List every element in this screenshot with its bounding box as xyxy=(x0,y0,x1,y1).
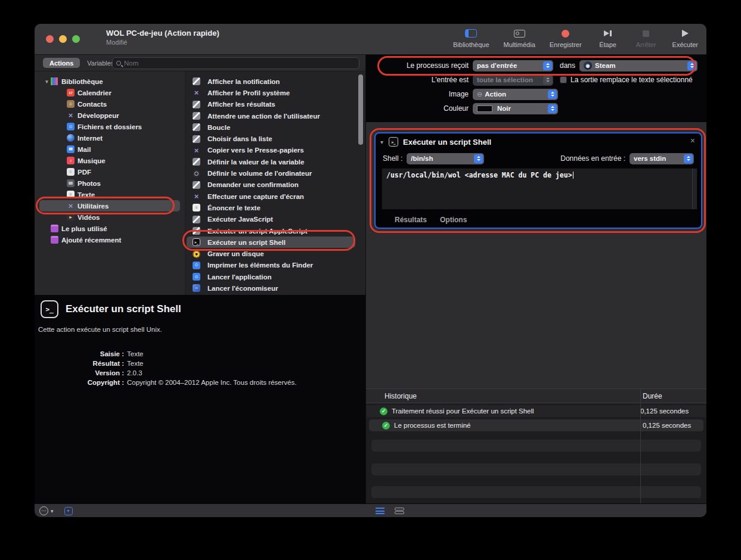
more-actions-icon[interactable]: ⋯ xyxy=(39,506,48,515)
options-link[interactable]: Options xyxy=(440,216,467,224)
stepper-icon xyxy=(684,154,693,163)
sidebar-item-calendrier[interactable]: 17 Calendrier xyxy=(39,87,180,98)
sidebar-item-ajout-r-cemment[interactable]: Ajouté récemment xyxy=(39,234,180,245)
automator-window: WOL PC-de-jeu (Action rapide) Modifié Bi… xyxy=(35,24,706,517)
stepper-icon xyxy=(474,154,483,163)
image-dropdown[interactable]: ⊖ Action xyxy=(473,89,558,100)
toolbar-button-arrêter[interactable]: Arrêter xyxy=(634,26,658,48)
sidebar-item-vid-os[interactable]: ▸ Vidéos xyxy=(39,211,180,223)
close-action-icon[interactable]: × xyxy=(690,136,695,145)
sidebar-item-d-veloppeur[interactable]: × Développeur xyxy=(39,110,180,121)
action-item-lancer-l-application[interactable]: ☺ Lancer l'application xyxy=(187,271,355,282)
collapse-chevron-icon[interactable]: ▾ xyxy=(380,139,383,145)
toolbar-button-exécuter[interactable]: Exécuter xyxy=(672,26,698,48)
automator-icon xyxy=(193,158,200,166)
desktop-background: WOL PC-de-jeu (Action rapide) Modifié Bi… xyxy=(0,0,741,560)
results-link[interactable]: Résultats xyxy=(395,216,427,224)
finder-icon: ☺ xyxy=(67,123,75,130)
sidebar-item-contacts[interactable]: ☺ Contacts xyxy=(39,98,180,110)
toolbar-button-multimédia[interactable]: Multimédia xyxy=(504,26,535,48)
sidebar-item-photos[interactable]: Photos xyxy=(39,178,180,189)
sidebar-item-mail[interactable]: ✉ Mail xyxy=(39,144,180,155)
search-field[interactable] xyxy=(112,57,359,69)
sidebar-item-musique[interactable]: ♪ Musique xyxy=(39,155,180,166)
text-caret xyxy=(573,172,574,179)
action-item-boucle[interactable]: Boucle xyxy=(187,122,355,133)
panel-view-icon[interactable] xyxy=(395,508,404,515)
process-input-row: Le processus reçoit pas d'entrée dans ◉ … xyxy=(366,60,706,71)
quick-action-config: Le processus reçoit pas d'entrée dans ◉ … xyxy=(366,55,706,122)
action-item-d-finir-la-valeur-de-la-variable[interactable]: Définir la valeur de la variable xyxy=(187,156,355,167)
image-row: Image ⊖ Action xyxy=(366,88,706,100)
list-view-icon[interactable] xyxy=(376,508,385,514)
description-row: Copyright : Copyright © 2004–2012 Apple … xyxy=(35,378,365,387)
sidebar-item-texte[interactable]: ≡ Texte xyxy=(39,189,180,200)
steam-icon: ◉ xyxy=(584,61,592,70)
zoom-window-button[interactable] xyxy=(72,35,80,43)
action-item-d-finir-le-volume-de-l-ordinateur[interactable]: Définir le volume de l'ordinateur xyxy=(187,167,355,179)
action-item-demander-une-confirmation[interactable]: Demander une confirmation xyxy=(187,179,355,191)
title-bar[interactable]: WOL PC-de-jeu (Action rapide) Modifié Bi… xyxy=(35,24,706,55)
script-editor[interactable]: /usr/local/bin/wol <adresse MAC du PC de… xyxy=(382,168,697,210)
app-dropdown[interactable]: ◉ Steam xyxy=(579,60,697,71)
shell-script-action-block[interactable]: ▾ >_ Exécuter un script Shell × Shell : … xyxy=(374,132,702,229)
shell-dropdown[interactable]: /bin/sh xyxy=(407,153,484,164)
tab-actions[interactable]: Actions xyxy=(43,58,80,68)
action-description-panel: >_ Exécuter un script Shell Cette action… xyxy=(35,295,365,503)
action-block-header[interactable]: ▾ >_ Exécuter un script Shell × xyxy=(376,133,701,150)
toolbar-button-bibliothèque[interactable]: Bibliothèque xyxy=(453,26,489,48)
sidebar-item-le-plus-utilis-[interactable]: Le plus utilisé xyxy=(39,223,180,234)
minimize-window-button[interactable] xyxy=(59,35,67,43)
description-title: Exécuter un script Shell xyxy=(66,303,181,315)
description-row: Saisie : Texte xyxy=(35,349,365,359)
action-item-lancer-l-conomiseur[interactable]: ~ Lancer l'économiseur xyxy=(187,282,355,294)
history-row[interactable]: ✓ Le processus est terminé 0,125 seconde… xyxy=(369,419,703,431)
action-block-footer: Résultats Options xyxy=(376,216,467,224)
status-bar-left: ⋯ ▾ ▾ xyxy=(39,504,73,517)
sidebar-item-internet[interactable]: Internet xyxy=(39,132,180,144)
input-type-dropdown[interactable]: pas d'entrée xyxy=(473,60,553,71)
search-icon xyxy=(116,61,121,66)
sidebar-item-pdf[interactable]: ≡ PDF xyxy=(39,166,180,178)
close-window-button[interactable] xyxy=(46,35,54,43)
color-dropdown[interactable]: Noir xyxy=(473,103,558,114)
automator-icon xyxy=(193,227,200,235)
action-item-afficher-les-r-sultats[interactable]: Afficher les résultats xyxy=(187,99,355,110)
sidebar-item-biblioth-que[interactable]: ▾ Bibliothèque xyxy=(39,76,180,87)
action-item-copier-vers-le-presse-papiers[interactable]: × Copier vers le Presse-papiers xyxy=(187,145,355,156)
action-item-choisir-dans-la-liste[interactable]: Choisir dans la liste xyxy=(187,133,355,144)
action-item-ex-cuter-javascript[interactable]: Exécuter JavaScript xyxy=(187,214,355,225)
window-title-block: WOL PC-de-jeu (Action rapide) Modifié xyxy=(106,29,219,46)
action-item-afficher-le-profil-syst-me[interactable]: × Afficher le Profil système xyxy=(187,87,355,98)
replace-text-checkbox[interactable] xyxy=(560,76,567,83)
status-bar: ⋯ ▾ ▾ xyxy=(35,503,706,517)
sidebar-item-fichiers-et-dossiers[interactable]: ☺ Fichiers et dossiers xyxy=(39,121,180,132)
toolbar-button-étape[interactable]: Étape xyxy=(596,26,620,48)
search-input[interactable] xyxy=(124,60,355,67)
finder-icon: ☺ xyxy=(193,273,200,281)
sidebar-item-utilitaires[interactable]: × Utilitaires xyxy=(39,200,180,211)
stdin-label: Données en entrée : xyxy=(560,154,625,163)
tab-variables[interactable]: Variables xyxy=(87,60,114,67)
actions-list-scrollbar[interactable] xyxy=(358,74,363,145)
history-column-divider xyxy=(640,388,641,503)
disclosure-chevron-icon[interactable]: ▾ xyxy=(43,79,51,85)
stepper-icon xyxy=(548,104,557,113)
action-item-imprimer-les-l-ments-du-finder[interactable]: ☺ Imprimer les éléments du Finder xyxy=(187,260,355,271)
chevron-down-icon[interactable]: ▾ xyxy=(51,508,54,514)
actions-list: Afficher la notification × Afficher le P… xyxy=(185,71,365,295)
stdin-dropdown[interactable]: vers stdin xyxy=(630,153,694,164)
action-item-effectuer-une-capture-d-cran[interactable]: × Effectuer une capture d'écran xyxy=(187,191,355,202)
action-item--noncer-le-texte[interactable]: ≡ Énoncer le texte xyxy=(187,202,355,213)
history-row[interactable]: ✓ Traitement réussi pour Exécuter un scr… xyxy=(367,405,706,417)
action-item-afficher-la-notification[interactable]: Afficher la notification xyxy=(187,76,355,87)
description-metadata: Saisie : Texte Résultat : Texte Version … xyxy=(35,349,365,387)
action-item-attendre-une-action-de-l-utilisateur[interactable]: Attendre une action de l'utilisateur xyxy=(187,110,355,122)
stepper-icon xyxy=(548,90,557,99)
toolbar-button-enregistrer[interactable]: Enregistrer xyxy=(550,26,582,48)
action-item-ex-cuter-un-script-applescript[interactable]: Exécuter un script AppleScript xyxy=(187,225,355,237)
variables-toggle-icon[interactable]: ▾ xyxy=(64,507,73,515)
description-text: Cette action exécute un script shell Uni… xyxy=(38,326,162,333)
action-item-ex-cuter-un-script-shell[interactable]: >_ Exécuter un script Shell xyxy=(187,237,355,248)
action-item-graver-un-disque[interactable]: Graver un disque xyxy=(187,248,355,259)
